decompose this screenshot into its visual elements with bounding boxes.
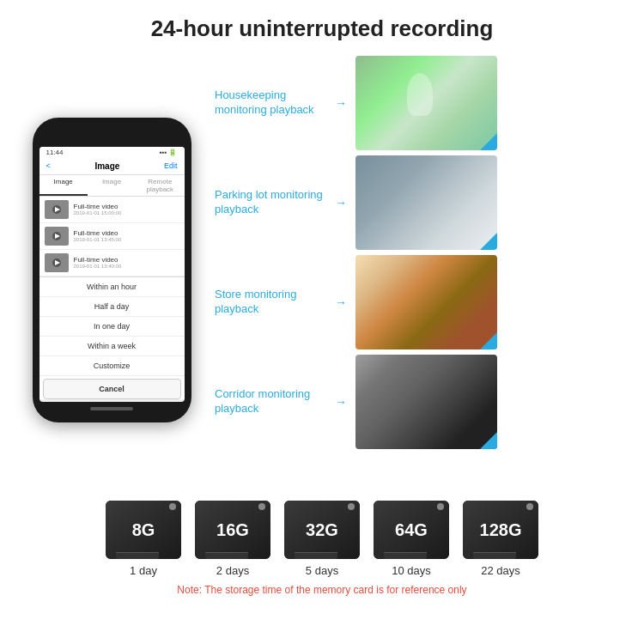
phone-item-subtitle-3: 2019-01-01 13:40:00: [74, 264, 122, 269]
sd-notch-128g: [473, 552, 516, 559]
monitoring-item-2: Parking lot monitoring playback →: [215, 155, 627, 250]
phone-dropdown-item-4[interactable]: Within a week: [39, 337, 185, 356]
monitoring-label-2: Parking lot monitoring playback: [215, 188, 326, 217]
phone-item-title-2: Full-time video: [74, 229, 122, 237]
sd-notch-16g: [205, 552, 248, 559]
phone-thumb-3: [45, 253, 69, 272]
storage-cards: 8G 1 day 16G 2 days 32G 5 days 64G 10: [106, 501, 538, 577]
arrow-icon-3: →: [335, 295, 347, 309]
sd-notch-8g: [116, 552, 159, 559]
sd-notch-32g: [295, 552, 337, 559]
phone-dropdown-item-2[interactable]: Half a day: [39, 297, 185, 317]
sd-card-16g: 16G: [195, 501, 270, 559]
storage-card-8g: 8G 1 day: [106, 501, 181, 577]
phone-cancel-button[interactable]: Cancel: [43, 379, 181, 399]
phone-signal: ▪▪▪ 🔋: [160, 149, 178, 156]
phone-dropdown-item-5[interactable]: Customize: [39, 356, 185, 376]
phone-notch: [86, 128, 137, 143]
monitoring-text-3: Store monitoring playback: [215, 288, 326, 317]
sd-label-128g: 128G: [480, 520, 522, 540]
phone-item-text-1: Full-time video 2019-01-01 15:00:00: [74, 203, 122, 216]
sd-card-64g: 64G: [374, 501, 449, 559]
arrow-icon-1: →: [335, 96, 347, 110]
sd-card-8g: 8G: [106, 501, 181, 559]
phone-back-button[interactable]: <: [46, 161, 51, 170]
main-content: 11:44 ▪▪▪ 🔋 < Image Edit Image Image Rem…: [0, 51, 644, 489]
phone-time: 11:44: [46, 149, 64, 156]
sd-card-128g: 128G: [463, 501, 538, 559]
phone-item-text-3: Full-time video 2019-01-01 13:40:00: [74, 256, 122, 269]
phone-dropdown: Within an hour Half a day In one day Wit…: [39, 276, 185, 399]
phone-item-subtitle-2: 2019-01-01 13:45:00: [74, 237, 122, 242]
monitoring-text-2: Parking lot monitoring playback: [215, 188, 326, 217]
storage-section: 8G 1 day 16G 2 days 32G 5 days 64G 10: [0, 489, 644, 596]
storage-card-16g: 16G 2 days: [195, 501, 270, 577]
card-days-32g: 5 days: [306, 564, 338, 577]
phone-list-item-2[interactable]: Full-time video 2019-01-01 13:45:00: [39, 223, 185, 250]
sd-label-16g: 16G: [216, 520, 249, 540]
phone-item-subtitle-1: 2019-01-01 15:00:00: [74, 210, 122, 216]
storage-note: Note: The storage time of the memory car…: [177, 584, 466, 596]
storage-card-64g: 64G 10 days: [374, 501, 449, 577]
phone-nav-bar: < Image Edit: [39, 158, 185, 175]
monitoring-image-2: [355, 155, 497, 250]
monitoring-image-1: [355, 56, 497, 150]
phone-status-bar: 11:44 ▪▪▪ 🔋: [39, 147, 185, 158]
phone-mockup: 11:44 ▪▪▪ 🔋 < Image Edit Image Image Rem…: [33, 118, 191, 422]
phone-nav-title: Image: [94, 161, 119, 171]
phone-home-indicator: [90, 407, 133, 410]
monitoring-label-4: Corridor monitoring playback: [215, 387, 326, 416]
storage-card-32g: 32G 5 days: [284, 501, 360, 577]
corner-triangle-3: [480, 332, 497, 349]
phone-item-text-2: Full-time video 2019-01-01 13:45:00: [74, 229, 122, 242]
arrow-icon-2: →: [335, 196, 347, 210]
phone-tabs: Image Image Remote playback: [39, 175, 185, 197]
phone-tab-image[interactable]: Image: [39, 175, 88, 196]
monitoring-item-1: Housekeeping monitoring playback →: [215, 56, 627, 150]
monitoring-text-1: Housekeeping monitoring playback: [215, 88, 326, 118]
sd-label-8g: 8G: [132, 520, 155, 540]
card-days-128g: 22 days: [481, 564, 520, 577]
page-title: 24-hour uninterrupted recording: [17, 15, 627, 42]
monitoring-item-4: Corridor monitoring playback →: [215, 355, 627, 449]
card-days-64g: 10 days: [392, 564, 431, 577]
phone-edit-button[interactable]: Edit: [164, 161, 178, 170]
phone-thumb-1: [45, 200, 69, 219]
phone-item-title-3: Full-time video: [74, 256, 122, 264]
phone-list-item-1[interactable]: Full-time video 2019-01-01 15:00:00: [39, 197, 185, 223]
page-header: 24-hour uninterrupted recording: [0, 0, 644, 51]
phone-item-title-1: Full-time video: [74, 203, 122, 210]
corner-triangle-4: [480, 432, 497, 449]
phone-thumb-2: [45, 227, 69, 246]
phone-tab-remote[interactable]: Remote playback: [136, 175, 184, 196]
right-section: Housekeeping monitoring playback → Parki…: [215, 51, 627, 489]
phone-dropdown-item-3[interactable]: In one day: [39, 317, 185, 337]
monitoring-item-3: Store monitoring playback →: [215, 255, 627, 349]
phone-tab-image2[interactable]: Image: [88, 175, 136, 196]
corner-triangle-2: [480, 233, 497, 250]
monitoring-label-3: Store monitoring playback: [215, 288, 326, 317]
phone-screen: 11:44 ▪▪▪ 🔋 < Image Edit Image Image Rem…: [39, 147, 185, 402]
monitoring-label-1: Housekeeping monitoring playback: [215, 88, 326, 118]
corner-triangle-1: [480, 133, 497, 150]
phone-list-item-3[interactable]: Full-time video 2019-01-01 13:40:00: [39, 250, 185, 276]
monitoring-image-4: [355, 355, 497, 449]
sd-label-64g: 64G: [395, 520, 428, 540]
phone-dropdown-item-1[interactable]: Within an hour: [39, 277, 185, 297]
monitoring-text-4: Corridor monitoring playback: [215, 387, 326, 416]
card-days-16g: 2 days: [216, 564, 249, 577]
sd-card-32g: 32G: [284, 501, 360, 559]
card-days-8g: 1 day: [130, 564, 157, 577]
storage-card-128g: 128G 22 days: [463, 501, 538, 577]
sd-label-32g: 32G: [306, 520, 338, 540]
monitoring-image-3: [355, 255, 497, 349]
phone-container: 11:44 ▪▪▪ 🔋 < Image Edit Image Image Rem…: [17, 51, 206, 489]
arrow-icon-4: →: [335, 395, 347, 409]
sd-notch-64g: [384, 552, 427, 559]
